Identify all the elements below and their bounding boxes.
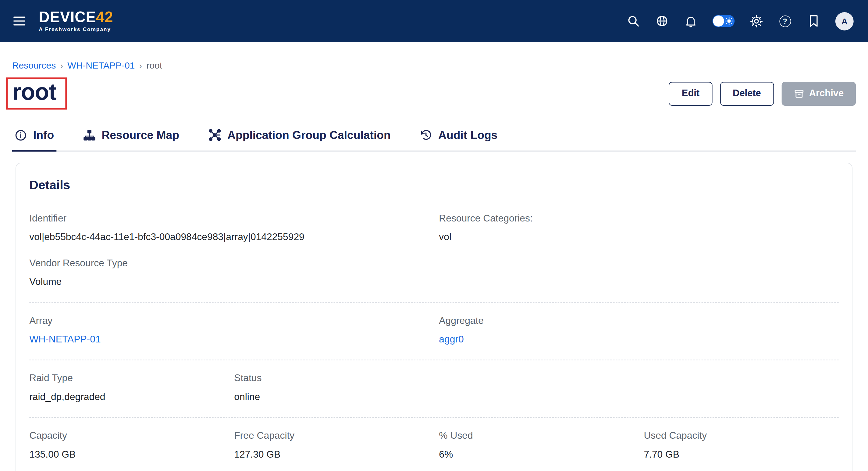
- archive-button[interactable]: Archive: [781, 82, 856, 105]
- field-used-capacity: Used Capacity 7.70 GB: [644, 430, 838, 461]
- details-card: Details Identifier vol|eb55bc4c-44ac-11e…: [16, 163, 852, 471]
- bookmark-icon[interactable]: [806, 14, 821, 28]
- field-value: vol: [439, 231, 838, 243]
- details-section-capacity: Capacity 135.00 GB Free Capacity 127.30 …: [29, 417, 838, 471]
- tab-resource-map[interactable]: Resource Map: [81, 123, 181, 152]
- tab-info[interactable]: Info: [12, 123, 56, 152]
- field-label: Free Capacity: [234, 430, 429, 442]
- field-vendor-resource-type: Vendor Resource Type Volume: [29, 257, 429, 288]
- brand-subtitle: A Freshworks Company: [39, 27, 113, 32]
- field-value: Volume: [29, 276, 429, 288]
- archive-icon: [794, 88, 804, 99]
- field-label: Used Capacity: [644, 430, 838, 442]
- brand-text: DEVICE42: [39, 10, 113, 25]
- field-label: Aggregate: [439, 315, 838, 326]
- field-label: Vendor Resource Type: [29, 257, 429, 269]
- field-array: Array WH-NETAPP-01: [29, 315, 429, 345]
- field-label: Resource Categories:: [439, 213, 838, 224]
- page-title: root: [12, 79, 56, 105]
- field-value: 7.70 GB: [644, 449, 838, 460]
- tab-bar: Info Resource Map: [12, 123, 856, 152]
- delete-button[interactable]: Delete: [720, 82, 774, 105]
- avatar-initial: A: [841, 17, 847, 26]
- array-link[interactable]: WH-NETAPP-01: [29, 334, 429, 345]
- field-value: vol|eb55bc4c-44ac-11e1-bfc3-00a0984ce983…: [29, 231, 429, 243]
- annotation-highlight-box: root: [6, 77, 67, 110]
- field-percent-used: % Used 6%: [439, 430, 633, 461]
- action-buttons: Edit Delete Archive: [669, 82, 856, 105]
- details-section-raid-status: Raid Type raid_dp,degraded Status online: [29, 360, 838, 417]
- tab-audit-logs[interactable]: Audit Logs: [417, 123, 500, 152]
- field-identifier: Identifier vol|eb55bc4c-44ac-11e1-bfc3-0…: [29, 213, 429, 243]
- bell-icon[interactable]: [684, 14, 698, 28]
- device42-logo[interactable]: DEVICE42 A Freshworks Company: [39, 10, 113, 32]
- title-row: root Edit Delete Archive: [12, 77, 856, 110]
- search-icon[interactable]: [626, 14, 640, 28]
- page: DEVICE42 A Freshworks Company: [0, 0, 868, 471]
- breadcrumb-separator: ›: [60, 61, 63, 70]
- info-icon: [14, 129, 27, 142]
- avatar[interactable]: A: [835, 12, 854, 30]
- field-label: Array: [29, 315, 429, 326]
- field-capacity: Capacity 135.00 GB: [29, 430, 224, 461]
- theme-toggle[interactable]: [713, 15, 735, 27]
- top-navbar: DEVICE42 A Freshworks Company: [0, 0, 868, 42]
- field-label: Status: [234, 373, 429, 384]
- field-value: raid_dp,degraded: [29, 391, 224, 403]
- sun-icon: [725, 17, 733, 25]
- field-value: 6%: [439, 449, 633, 460]
- field-label: % Used: [439, 430, 633, 442]
- breadcrumb-separator: ›: [139, 61, 142, 70]
- sitemap-icon: [83, 129, 96, 142]
- details-section-identity: Identifier vol|eb55bc4c-44ac-11e1-bfc3-0…: [29, 200, 838, 302]
- field-aggregate: Aggregate aggr0: [439, 315, 838, 345]
- field-label: Capacity: [29, 430, 224, 442]
- breadcrumb-resources-link[interactable]: Resources: [12, 60, 56, 71]
- field-raid-type: Raid Type raid_dp,degraded: [29, 373, 224, 403]
- field-free-capacity: Free Capacity 127.30 GB: [234, 430, 429, 461]
- field-value: online: [234, 391, 429, 403]
- history-icon: [420, 129, 432, 142]
- field-value: 135.00 GB: [29, 449, 224, 460]
- tab-application-group-calculation[interactable]: Application Group Calculation: [206, 123, 393, 152]
- globe-icon[interactable]: [655, 14, 669, 28]
- breadcrumb-current: root: [146, 60, 162, 71]
- navbar-right: ? A: [626, 12, 854, 30]
- field-resource-categories: Resource Categories: vol: [439, 213, 838, 243]
- menu-button[interactable]: [13, 14, 28, 28]
- navbar-left: DEVICE42 A Freshworks Company: [13, 10, 113, 32]
- details-section-array: Array WH-NETAPP-01 Aggregate aggr0: [29, 302, 838, 360]
- main-content: Resources › WH-NETAPP-01 › root root Edi…: [0, 60, 868, 471]
- field-label: Identifier: [29, 213, 429, 224]
- field-label: Raid Type: [29, 373, 224, 384]
- edit-button[interactable]: Edit: [669, 82, 712, 105]
- field-value: 127.30 GB: [234, 449, 429, 460]
- help-icon[interactable]: ?: [778, 14, 792, 28]
- details-heading: Details: [29, 178, 838, 192]
- field-status: Status online: [234, 373, 429, 403]
- gear-icon[interactable]: [749, 14, 763, 28]
- breadcrumb-device-link[interactable]: WH-NETAPP-01: [67, 60, 135, 71]
- aggregate-link[interactable]: aggr0: [439, 334, 838, 345]
- toggle-knob: [713, 15, 724, 27]
- breadcrumb: Resources › WH-NETAPP-01 › root: [12, 60, 856, 71]
- network-graph-icon: [208, 129, 221, 142]
